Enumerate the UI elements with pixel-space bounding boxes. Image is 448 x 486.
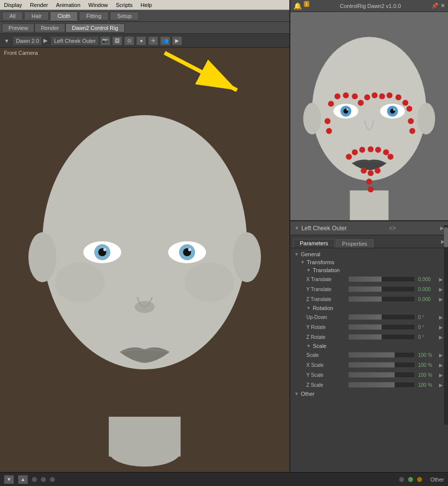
panel-scrollbar[interactable] <box>444 225 448 425</box>
svg-point-8 <box>103 248 106 251</box>
svg-rect-1 <box>109 417 181 457</box>
param-x-scale: X Scale 100 % ▶ <box>302 360 448 370</box>
z-rotate-arrow[interactable]: ▶ <box>438 334 444 340</box>
param-y-rotate: Y Rotate 0 ° ▶ <box>302 322 448 332</box>
svg-point-43 <box>325 118 331 124</box>
status-bar: ▼ ▲ Other <box>0 472 448 486</box>
tab-all[interactable]: All <box>2 11 23 20</box>
svg-point-48 <box>352 150 358 156</box>
menu-window[interactable]: Window <box>86 2 110 8</box>
z-scale-slider[interactable] <box>348 382 415 388</box>
translation-header[interactable]: ▼ Translation <box>302 266 448 274</box>
people-icon[interactable]: 👥 <box>160 36 170 45</box>
x-scale-slider[interactable] <box>348 362 415 368</box>
y-scale-slider[interactable] <box>348 372 415 378</box>
status-other-label: Other <box>430 477 444 483</box>
scale-slider[interactable] <box>348 352 415 358</box>
svg-point-55 <box>368 170 374 176</box>
circle-icon[interactable]: ● <box>136 36 146 45</box>
svg-point-53 <box>388 154 394 160</box>
svg-point-3 <box>28 232 56 282</box>
svg-point-36 <box>364 94 370 100</box>
svg-point-49 <box>359 147 365 153</box>
expand-arrow-icon[interactable]: ▶ <box>440 225 444 231</box>
translation-triangle-icon: ▼ <box>306 268 311 273</box>
param-z-scale: Z Scale 100 % ▶ <box>302 380 448 390</box>
svg-point-21 <box>303 103 321 135</box>
section-translation: ▼ Translation X Translate 0.000 ▶ Y Tran… <box>296 266 448 304</box>
rotation-header[interactable]: ▼ Rotation <box>302 304 448 312</box>
selection-dropdown[interactable]: Left Cheek Outer <box>51 37 98 45</box>
menu-display[interactable]: Display <box>2 2 24 8</box>
subtab-dawn2-control-rig[interactable]: Dawn2 Control Rig <box>65 23 124 32</box>
lco-triangle-icon: ▼ <box>294 225 299 231</box>
photo-icon[interactable]: 🖼 <box>112 36 122 45</box>
z-rotate-slider[interactable] <box>348 334 415 340</box>
svg-point-31 <box>328 101 334 107</box>
subtab-render[interactable]: Render <box>34 23 65 32</box>
x-scale-arrow[interactable]: ▶ <box>438 362 444 368</box>
svg-point-12 <box>188 248 191 251</box>
params-tabs: Parameters Properties ▶ <box>290 235 448 248</box>
chevron-right-icon: ▶ <box>43 37 47 44</box>
y-rotate-value: 0 ° <box>418 324 438 330</box>
tab-setup[interactable]: Setup <box>110 11 139 20</box>
y-translate-arrow[interactable]: ▶ <box>438 287 444 292</box>
menu-help[interactable]: Help <box>139 2 154 8</box>
arrow-icon[interactable]: ▶ <box>172 36 182 45</box>
x-translate-arrow[interactable]: ▶ <box>438 277 444 282</box>
status-icon-2[interactable]: ▲ <box>18 475 28 484</box>
section-general[interactable]: ▼ General <box>290 250 448 258</box>
up-down-arrow[interactable]: ▶ <box>438 315 444 320</box>
lco-title-area: ▼ Left Cheek Outer <box>294 225 347 232</box>
tab-hair[interactable]: Hair <box>24 11 49 20</box>
y-rotate-arrow[interactable]: ▶ <box>438 324 444 330</box>
z-translate-label: Z Translate <box>306 297 346 302</box>
section-transforms: ▼ Transforms ▼ Translation X Translate 0… <box>290 258 448 390</box>
svg-point-33 <box>343 92 349 98</box>
y-rotate-slider[interactable] <box>348 324 415 330</box>
y-scale-label: Y Scale <box>306 372 346 378</box>
tab-parameters[interactable]: Parameters <box>293 239 335 248</box>
menu-animation[interactable]: Animation <box>54 2 82 8</box>
target-icon[interactable]: ⊙ <box>124 36 134 45</box>
scale-header[interactable]: ▼ Scale <box>302 342 448 350</box>
plus-icon[interactable]: ✛ <box>148 36 158 45</box>
svg-point-54 <box>361 167 367 173</box>
z-scale-arrow[interactable]: ▶ <box>438 382 444 388</box>
general-triangle-icon: ▼ <box>294 252 299 257</box>
svg-point-35 <box>358 100 364 106</box>
close-icon[interactable]: ✕ <box>441 2 445 9</box>
scale-arrow[interactable]: ▶ <box>438 352 444 358</box>
menu-render[interactable]: Render <box>28 2 50 8</box>
scene-dropdown[interactable]: Dawn 2.0 <box>13 37 41 45</box>
control-rig-viewport[interactable] <box>290 12 448 221</box>
tab-properties[interactable]: Properties <box>336 239 374 248</box>
up-down-slider[interactable] <box>348 314 415 320</box>
panel-scrollbar-thumb[interactable] <box>444 227 448 247</box>
status-center-dot <box>399 477 404 482</box>
viewport-toolbar: ▼ Dawn 2.0 ▶ Left Cheek Outer 📷 🖼 ⊙ ● ✛ … <box>0 34 289 48</box>
tab-fitting[interactable]: Fitting <box>79 11 109 20</box>
x-translate-slider[interactable] <box>348 276 415 282</box>
notification-icon: 🔔 1 <box>293 1 309 10</box>
camera-icon[interactable]: 📷 <box>100 36 110 45</box>
z-translate-arrow[interactable]: ▶ <box>438 297 444 302</box>
tab-cloth[interactable]: Cloth <box>50 11 78 20</box>
subtab-preview[interactable]: Preview <box>2 23 34 32</box>
lco-arrows[interactable]: <> <box>389 225 396 232</box>
translation-label: Translation <box>313 267 340 273</box>
y-translate-slider[interactable] <box>348 286 415 292</box>
status-icon-1[interactable]: ▼ <box>4 475 14 484</box>
viewport-area: ▼ Dawn 2.0 ▶ Left Cheek Outer 📷 🖼 ⊙ ● ✛ … <box>0 34 289 486</box>
svg-point-30 <box>393 109 395 111</box>
lco-header: ▼ Left Cheek Outer <> ▶ <box>290 221 448 235</box>
svg-point-15 <box>185 262 234 302</box>
z-translate-slider[interactable] <box>348 296 415 302</box>
pin-icon[interactable]: 📌 <box>432 2 439 9</box>
menu-scripts[interactable]: Scripts <box>114 2 135 8</box>
section-other[interactable]: ▼ Other <box>290 390 448 398</box>
y-scale-arrow[interactable]: ▶ <box>438 372 444 378</box>
scale-value: 100 % <box>418 352 438 358</box>
transforms-header[interactable]: ▼ Transforms <box>296 258 448 266</box>
